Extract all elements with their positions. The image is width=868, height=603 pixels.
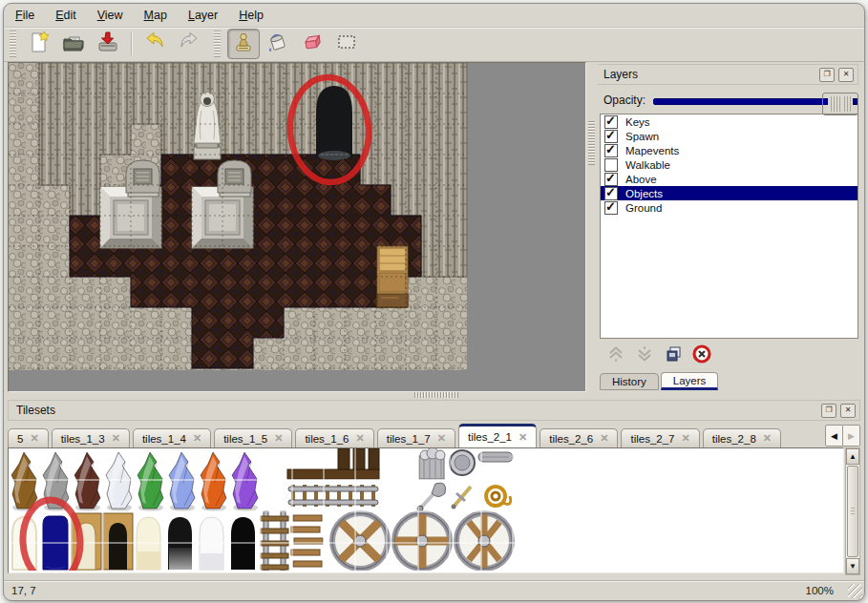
cave-entrance (316, 86, 352, 160)
layer-row[interactable]: Walkable (601, 157, 857, 172)
tab-scroll-left-button[interactable]: ◀ (825, 425, 843, 447)
menu-item[interactable]: Edit (55, 9, 76, 22)
layers-panel-header: Layers ❐ ✕ (598, 64, 858, 85)
redo-button[interactable] (173, 29, 205, 59)
tilesets-panel: Tilesets ❐ ✕ 5 tiles_1_3 tiles_1_4 (4, 400, 864, 580)
new-file-button[interactable] (23, 29, 55, 59)
tab-close-icon[interactable] (30, 433, 38, 444)
horizontal-splitter-grip[interactable] (414, 392, 458, 398)
menu-bar: FileEditViewMapLayerHelp (4, 4, 864, 28)
tileset-tab-label: tiles_2_1 (468, 431, 512, 443)
tab-close-icon[interactable] (274, 433, 283, 444)
menu-item[interactable]: File (15, 9, 34, 22)
menu-item[interactable]: Map (144, 9, 167, 22)
tileset-tab[interactable]: tiles_2_1 (458, 424, 537, 447)
layer-name: Mapevents (625, 145, 679, 156)
toolbar-separator (131, 32, 132, 55)
stamp-tool-button[interactable] (227, 29, 260, 59)
select-tool-button[interactable] (330, 29, 363, 59)
tab-close-icon[interactable] (193, 433, 201, 444)
tileset-tab[interactable]: 5 (8, 428, 49, 447)
tileset-canvas[interactable] (8, 447, 844, 573)
tileset-tab[interactable]: tiles_2_6 (540, 428, 618, 447)
delete-layer-button[interactable] (691, 343, 712, 364)
tileset-tab[interactable]: tiles_1_5 (214, 428, 292, 447)
fill-tool-button[interactable] (262, 29, 294, 59)
opacity-row: Opacity: (603, 89, 858, 112)
open-map-button[interactable] (57, 29, 90, 59)
vertical-splitter-grip[interactable] (588, 121, 595, 165)
layer-visibility-checkbox[interactable] (604, 115, 618, 129)
undo-button[interactable] (138, 29, 171, 59)
float-panel-icon[interactable]: ❐ (821, 404, 836, 418)
tileset-tab[interactable]: tiles_2_7 (621, 428, 699, 447)
layer-visibility-checkbox[interactable] (604, 130, 618, 143)
layer-row[interactable]: Spawn (601, 129, 857, 143)
toolbar (4, 28, 864, 62)
tileset-tab-label: tiles_2_6 (549, 433, 593, 445)
dock-tab-bar: HistoryLayers (598, 369, 858, 390)
open-folder-icon (61, 30, 86, 58)
layer-visibility-checkbox[interactable] (604, 201, 618, 215)
tileset-tab-label: 5 (17, 433, 23, 445)
tab-close-icon[interactable] (112, 433, 120, 444)
layer-row[interactable]: Keys (601, 114, 857, 129)
tab-close-icon[interactable] (600, 433, 608, 444)
duplicate-layer-button[interactable] (663, 343, 684, 364)
move-layer-up-button[interactable] (605, 343, 626, 364)
tileset-tab[interactable]: tiles_1_4 (133, 428, 211, 447)
layer-name: Walkable (625, 159, 670, 171)
dock-tab[interactable]: Layers (661, 372, 719, 390)
layer-visibility-checkbox[interactable] (604, 173, 618, 186)
tab-close-icon[interactable] (355, 433, 364, 444)
horizontal-splitter[interactable] (4, 390, 864, 400)
menu-item[interactable]: Layer (188, 9, 218, 22)
layer-row[interactable]: Above (601, 172, 857, 186)
layer-visibility-checkbox[interactable] (604, 158, 618, 172)
tilesets-panel-title: Tilesets (16, 404, 817, 417)
close-panel-icon[interactable]: ✕ (838, 68, 854, 82)
eraser-tool-button[interactable] (296, 29, 328, 59)
tileset-tab[interactable]: tiles_1_3 (52, 428, 130, 447)
stamp-icon (231, 30, 256, 58)
layer-visibility-checkbox[interactable] (604, 187, 618, 200)
toolbar-drag-handle-2[interactable] (214, 31, 221, 57)
close-panel-icon[interactable]: ✕ (840, 404, 856, 418)
vertical-splitter[interactable] (586, 62, 598, 390)
scroll-up-icon[interactable]: ▲ (846, 448, 859, 465)
tab-close-icon[interactable] (763, 433, 772, 444)
tab-close-icon[interactable] (437, 433, 446, 444)
move-layer-down-button[interactable] (634, 343, 655, 364)
layers-panel: Layers ❐ ✕ Opacity: Keys Spawn (598, 62, 864, 390)
save-map-button[interactable] (92, 29, 124, 59)
tab-close-icon[interactable] (682, 433, 690, 444)
paint-bucket-icon (265, 30, 290, 58)
tileset-tab[interactable]: tiles_1_7 (377, 428, 455, 447)
layer-name: Above (625, 174, 657, 185)
dock-tab[interactable]: History (600, 373, 659, 390)
resize-grip[interactable] (848, 584, 862, 598)
opacity-slider-handle[interactable] (822, 93, 858, 115)
layer-row[interactable]: Ground (601, 200, 857, 215)
scrollbar-thumb[interactable] (847, 466, 858, 557)
opacity-slider[interactable] (653, 93, 858, 108)
toolbar-drag-handle[interactable] (10, 31, 16, 57)
map-canvas[interactable] (8, 62, 586, 392)
float-panel-icon[interactable]: ❐ (819, 68, 835, 82)
tileset-tab[interactable]: tiles_2_8 (703, 428, 781, 447)
menu-item[interactable]: Help (239, 9, 264, 22)
tab-scroll-right-button[interactable]: ▶ (843, 425, 860, 447)
layer-row[interactable]: Objects (601, 186, 857, 200)
layers-panel-title: Layers (603, 68, 815, 81)
tileset-tab-bar: 5 tiles_1_3 tiles_1_4 tiles_1_5 tiles_1_… (8, 421, 860, 447)
tab-close-icon[interactable] (519, 432, 527, 443)
main-area: Layers ❐ ✕ Opacity: Keys Spawn (4, 62, 864, 390)
status-bar: 17, 7 100% (4, 580, 864, 600)
layer-visibility-checkbox[interactable] (604, 144, 618, 157)
menu-item[interactable]: View (97, 9, 123, 22)
selection-icon (334, 30, 359, 58)
tileset-vertical-scrollbar[interactable]: ▲ ▼ (845, 447, 860, 575)
layer-row[interactable]: Mapevents (601, 143, 857, 157)
tileset-tab[interactable]: tiles_1_6 (295, 428, 373, 447)
scroll-down-icon[interactable]: ▼ (846, 558, 859, 574)
